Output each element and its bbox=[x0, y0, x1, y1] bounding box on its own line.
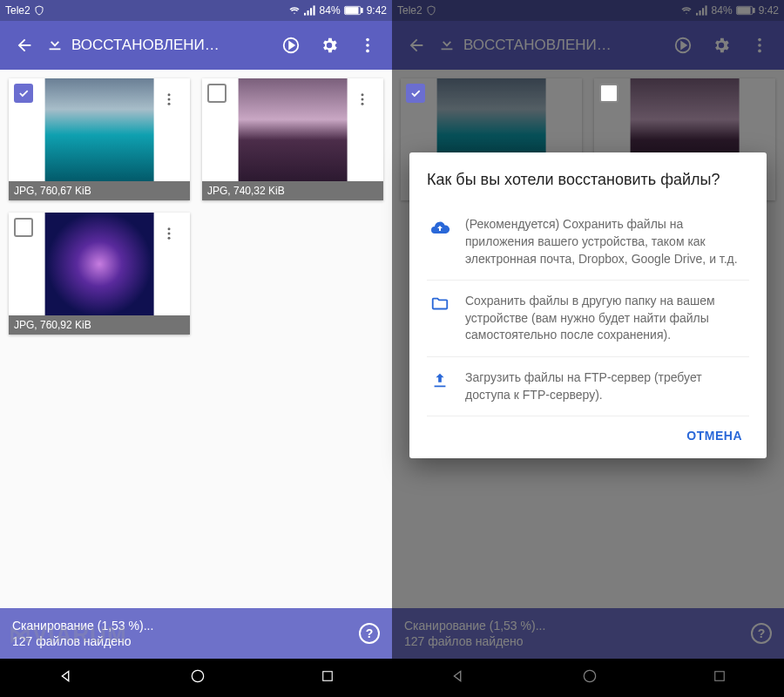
watermark: ⋈VIARUM bbox=[9, 621, 127, 648]
svg-rect-21 bbox=[323, 672, 333, 681]
option-cloud[interactable]: (Рекомендуется) Сохранить файлы на прило… bbox=[427, 204, 749, 281]
svg-rect-25 bbox=[705, 5, 706, 15]
svg-rect-22 bbox=[696, 13, 698, 16]
svg-point-11 bbox=[168, 93, 171, 96]
nav-back-button[interactable] bbox=[449, 667, 468, 689]
play-button[interactable] bbox=[274, 28, 308, 63]
overflow-button[interactable] bbox=[350, 28, 385, 63]
app-title: ВОССТАНОВЛЕНИЕ... bbox=[71, 37, 224, 54]
statusbar: Tele2 84% 9:42 bbox=[0, 0, 392, 21]
files-found-text: 127 файлов найдено bbox=[404, 633, 545, 649]
thumbnail bbox=[45, 78, 154, 181]
help-button[interactable]: ? bbox=[359, 623, 380, 644]
battery-icon bbox=[736, 5, 755, 16]
svg-point-13 bbox=[168, 103, 171, 105]
restore-dialog: Как бы вы хотели восстановить файлы? (Ре… bbox=[409, 152, 767, 458]
appbar: ВОССТАНОВЛЕНИЕ... bbox=[0, 21, 392, 70]
settings-button[interactable] bbox=[704, 28, 739, 63]
carrier-label: Tele2 bbox=[397, 4, 422, 17]
svg-point-17 bbox=[168, 227, 171, 230]
checkbox-icon[interactable] bbox=[14, 84, 33, 103]
image-card-1[interactable]: JPG, 760,67 KiB bbox=[9, 78, 190, 200]
card-overflow-button[interactable] bbox=[152, 216, 186, 251]
cloud-upload-icon bbox=[427, 216, 453, 267]
download-icon bbox=[437, 34, 456, 57]
battery-pct: 84% bbox=[320, 4, 341, 17]
svg-point-18 bbox=[168, 233, 171, 235]
svg-point-16 bbox=[362, 103, 364, 105]
nav-home-button[interactable] bbox=[189, 667, 206, 688]
option-text: Сохранить файлы в другую папку на вашем … bbox=[465, 293, 749, 344]
svg-point-33 bbox=[584, 670, 595, 681]
nav-back-button[interactable] bbox=[57, 667, 76, 689]
upload-icon bbox=[427, 369, 453, 403]
option-ftp[interactable]: Загрузить файлы на FTP-сервер (требует д… bbox=[427, 357, 749, 416]
svg-point-10 bbox=[366, 50, 369, 53]
option-text: Загрузить файлы на FTP-сервер (требует д… bbox=[465, 369, 749, 403]
back-button[interactable] bbox=[399, 28, 434, 63]
signal-icon bbox=[304, 5, 316, 16]
svg-rect-1 bbox=[307, 10, 308, 16]
back-button[interactable] bbox=[7, 28, 42, 63]
download-icon bbox=[45, 34, 64, 57]
app-title: ВОССТАНОВЛЕНИЕ... bbox=[463, 37, 616, 54]
screen-left: Tele2 84% 9:42 bbox=[0, 0, 392, 697]
navbar bbox=[0, 659, 392, 697]
caption: JPG, 740,32 KiB bbox=[202, 181, 383, 200]
card-overflow-button[interactable] bbox=[345, 82, 380, 117]
caption: JPG, 760,67 KiB bbox=[9, 181, 190, 200]
svg-point-32 bbox=[758, 50, 761, 53]
wifi-icon bbox=[680, 5, 693, 16]
help-button[interactable]: ? bbox=[751, 623, 772, 644]
overflow-button[interactable] bbox=[742, 28, 777, 63]
checkbox-icon[interactable] bbox=[207, 84, 226, 103]
svg-rect-24 bbox=[702, 8, 704, 15]
battery-icon bbox=[344, 5, 363, 16]
thumbnail bbox=[45, 213, 154, 315]
play-button[interactable] bbox=[666, 28, 700, 63]
clock: 9:42 bbox=[759, 4, 779, 17]
svg-point-20 bbox=[192, 670, 203, 681]
folder-icon bbox=[427, 293, 453, 344]
battery-pct: 84% bbox=[712, 4, 733, 17]
scan-footer: Сканирование (1,53 %)... 127 файлов найд… bbox=[392, 608, 784, 659]
signal-icon bbox=[696, 5, 708, 16]
settings-button[interactable] bbox=[312, 28, 347, 63]
option-folder[interactable]: Сохранить файлы в другую папку на вашем … bbox=[427, 281, 749, 357]
svg-rect-5 bbox=[361, 8, 362, 12]
image-grid: JPG, 760,67 KiB JPG, 740,32 KiB JPG, 760… bbox=[0, 70, 392, 608]
checkbox-icon bbox=[599, 84, 618, 103]
svg-point-31 bbox=[758, 44, 761, 47]
svg-point-30 bbox=[758, 38, 761, 42]
svg-point-14 bbox=[362, 93, 364, 96]
cancel-button[interactable]: ОТМЕНА bbox=[679, 420, 749, 451]
svg-point-15 bbox=[362, 98, 364, 101]
svg-rect-28 bbox=[737, 8, 749, 14]
scan-progress-text: Сканирование (1,53 %)... bbox=[404, 618, 545, 633]
wifi-icon bbox=[288, 5, 301, 16]
caption: JPG, 760,92 KiB bbox=[9, 315, 190, 335]
statusbar: Tele2 84% 9:42 bbox=[392, 0, 784, 21]
appbar: ВОССТАНОВЛЕНИЕ... bbox=[392, 21, 784, 70]
thumbnail bbox=[239, 78, 348, 181]
svg-point-19 bbox=[168, 237, 171, 240]
svg-point-12 bbox=[168, 98, 171, 101]
clock: 9:42 bbox=[367, 4, 387, 17]
svg-rect-0 bbox=[304, 13, 306, 16]
nav-recents-button[interactable] bbox=[712, 668, 727, 687]
image-card-3[interactable]: JPG, 760,92 KiB bbox=[9, 213, 190, 335]
dialog-title: Как бы вы хотели восстановить файлы? bbox=[427, 170, 749, 190]
svg-rect-34 bbox=[715, 672, 725, 681]
svg-point-8 bbox=[366, 38, 369, 42]
checkbox-icon[interactable] bbox=[14, 218, 33, 237]
screen-right: Tele2 84% 9:42 bbox=[392, 0, 784, 697]
nav-home-button[interactable] bbox=[581, 667, 598, 688]
navbar bbox=[392, 659, 784, 697]
svg-point-9 bbox=[366, 44, 369, 47]
image-card-2[interactable]: JPG, 740,32 KiB bbox=[202, 78, 383, 200]
shield-icon bbox=[426, 5, 436, 16]
svg-rect-2 bbox=[310, 8, 312, 15]
checkbox-icon bbox=[406, 84, 425, 103]
card-overflow-button[interactable] bbox=[152, 82, 186, 117]
nav-recents-button[interactable] bbox=[320, 668, 335, 687]
